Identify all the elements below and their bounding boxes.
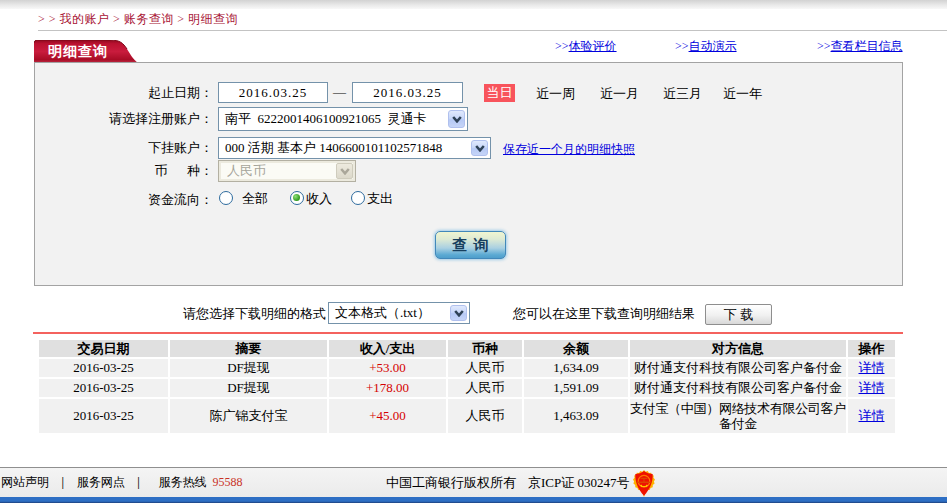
radio-expense-label[interactable]: 支出 <box>367 190 393 207</box>
date-range-label: 起止日期： <box>88 84 213 102</box>
chevron-glyph <box>452 116 462 123</box>
footer-separator: ｜ <box>125 475 153 489</box>
download-format-label: 请您选择下载明细的格式 <box>166 306 326 322</box>
hotline-label: 服务热线 <box>153 475 207 489</box>
footer-link-statement[interactable]: 网站声明 <box>1 475 49 489</box>
radio-all[interactable] <box>219 191 233 205</box>
cell-currency: 人民币 <box>448 359 522 377</box>
hotline-number: 95588 <box>207 475 243 489</box>
radio-income-selected[interactable] <box>290 191 304 205</box>
quick-range-month[interactable]: 近一月 <box>600 85 639 102</box>
radio-all-label[interactable]: 全部 <box>242 190 268 207</box>
cell-amount: +53.00 <box>329 359 446 377</box>
cell-amount: +178.00 <box>329 379 446 397</box>
sub-account-label: 下挂账户： <box>88 139 213 157</box>
date-to-input[interactable] <box>352 82 463 103</box>
breadcrumb-item-account-query[interactable]: 账务查询 <box>124 12 174 26</box>
breadcrumb-item-detail-query[interactable]: 明细查询 <box>188 12 238 26</box>
cell-date: 2016-03-25 <box>39 359 168 377</box>
cell-action: 详情 <box>848 379 895 397</box>
cell-action: 详情 <box>848 359 895 377</box>
tab-label: 明细查询 <box>48 42 128 61</box>
date-from-input[interactable] <box>218 82 328 103</box>
radio-expense[interactable] <box>351 191 365 205</box>
footer-bottom-bar <box>0 497 947 503</box>
chevron-down-icon[interactable] <box>448 110 465 128</box>
icp-number: 京ICP证 030247号 <box>516 475 629 490</box>
cell-amount: +45.00 <box>329 399 446 433</box>
chevron-glyph <box>475 145 485 152</box>
cell-counterparty: 财付通支付科技有限公司客户备付金 <box>630 359 846 377</box>
footer-links: 网站声明｜服务网点｜服务热线95588 <box>1 475 243 490</box>
chevron-glyph <box>340 168 350 175</box>
footer-link-branches[interactable]: 服务网点 <box>77 475 125 489</box>
footer-copyright: 中国工商银行版权所有京ICP证 030247号 <box>386 475 629 490</box>
today-button[interactable]: 当日 <box>484 84 515 102</box>
register-account-label: 请选择注册账户： <box>88 110 213 128</box>
icp-badge-icon[interactable] <box>633 470 655 497</box>
transaction-table: 交易日期 摘要 收入/支出 币种 余额 对方信息 操作 2016-03-25 D… <box>39 340 895 433</box>
register-account-select[interactable]: 南平 6222001406100921065 灵通卡 <box>218 107 468 131</box>
sub-account-select[interactable]: 000 活期 基本户 1406600101102571848 <box>218 137 491 159</box>
link-auto-demo[interactable]: >>自动演示 <box>675 39 737 54</box>
col-header-summary: 摘要 <box>170 340 327 357</box>
cell-summary: 陈广锦支付宝 <box>170 399 327 433</box>
col-header-amount: 收入/支出 <box>329 340 446 357</box>
cell-summary: DF提现 <box>170 379 327 397</box>
cell-date: 2016-03-25 <box>39 399 168 433</box>
detail-link[interactable]: 详情 <box>859 407 885 425</box>
footer-separator: ｜ <box>49 475 77 489</box>
chevron-down-icon[interactable] <box>471 140 488 156</box>
cell-balance: 1,634.09 <box>524 359 628 377</box>
date-range-separator: — <box>333 83 351 101</box>
col-header-date: 交易日期 <box>39 340 168 357</box>
download-hint-label: 您可以在这里下载查询明细结果 <box>513 306 695 322</box>
currency-select-disabled: 人民币 <box>218 160 356 182</box>
detail-link[interactable]: 详情 <box>859 379 885 397</box>
radio-income-label[interactable]: 收入 <box>306 190 332 207</box>
cell-counterparty: 财付通支付科技有限公司客户备付金 <box>630 379 846 397</box>
top-gradient-strip <box>0 0 947 9</box>
breadcrumb-separator: > <box>174 12 188 26</box>
col-header-counterparty: 对方信息 <box>630 340 846 357</box>
cell-balance: 1,463.09 <box>524 399 628 433</box>
quick-range-quarter[interactable]: 近三月 <box>663 85 702 102</box>
cell-action: 详情 <box>848 399 895 433</box>
download-format-select[interactable]: 文本格式（.txt） <box>328 302 470 324</box>
link-experience-review[interactable]: >>体验评价 <box>555 39 617 54</box>
cell-date: 2016-03-25 <box>39 379 168 397</box>
col-header-balance: 余额 <box>524 340 628 357</box>
query-button[interactable]: 查 询 <box>435 231 506 259</box>
link-column-info[interactable]: >>查看栏目信息 <box>817 39 903 54</box>
currency-label: 币 种： <box>88 162 213 180</box>
col-header-action: 操作 <box>848 340 895 357</box>
breadcrumb-separator: > <box>110 12 124 26</box>
breadcrumb-prefix: > > <box>38 12 60 26</box>
quick-range-year[interactable]: 近一年 <box>723 85 762 102</box>
col-header-currency: 币种 <box>448 340 522 357</box>
breadcrumb: > > 我的账户 > 账务查询 > 明细查询 <box>38 11 238 27</box>
cell-balance: 1,591.09 <box>524 379 628 397</box>
save-snapshot-link[interactable]: 保存近一个月的明细快照 <box>503 142 635 157</box>
fund-flow-label: 资金流向： <box>88 191 213 209</box>
download-button[interactable]: 下载 <box>705 304 772 325</box>
chevron-down-icon[interactable] <box>450 305 467 321</box>
cell-currency: 人民币 <box>448 379 522 397</box>
breadcrumb-divider <box>38 30 947 31</box>
cell-counterparty: 支付宝（中国）网络技术有限公司客户备付金 <box>630 399 846 433</box>
table-top-divider <box>33 332 903 334</box>
cell-currency: 人民币 <box>448 399 522 433</box>
detail-link[interactable]: 详情 <box>859 359 885 377</box>
breadcrumb-item-my-account[interactable]: 我的账户 <box>60 12 110 26</box>
cell-summary: DF提现 <box>170 359 327 377</box>
quick-range-week[interactable]: 近一周 <box>536 85 575 102</box>
chevron-glyph <box>454 310 464 317</box>
chevron-down-icon <box>336 163 353 179</box>
